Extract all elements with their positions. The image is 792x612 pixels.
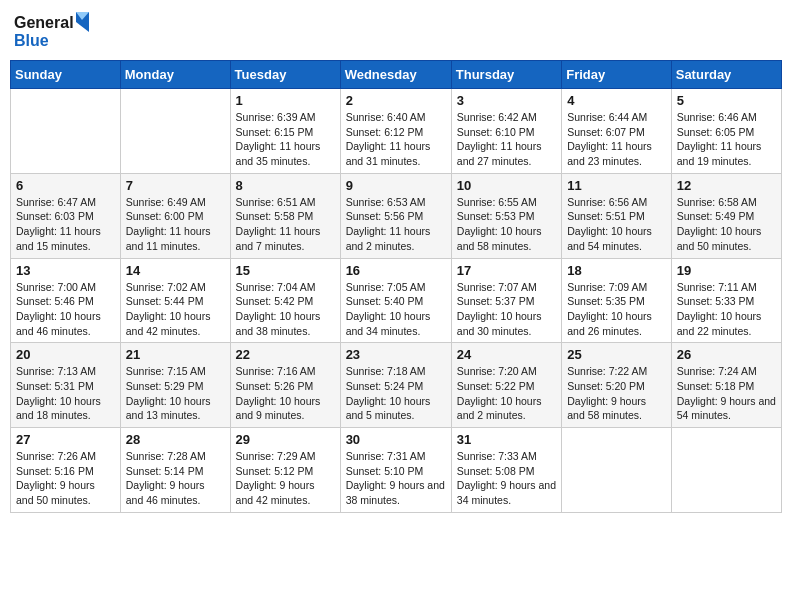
day-number: 13	[16, 263, 115, 278]
day-number: 3	[457, 93, 556, 108]
day-number: 26	[677, 347, 776, 362]
day-info: Sunrise: 7:29 AM Sunset: 5:12 PM Dayligh…	[236, 449, 335, 508]
day-number: 15	[236, 263, 335, 278]
day-number: 29	[236, 432, 335, 447]
calendar-cell: 23Sunrise: 7:18 AM Sunset: 5:24 PM Dayli…	[340, 343, 451, 428]
day-info: Sunrise: 6:47 AM Sunset: 6:03 PM Dayligh…	[16, 195, 115, 254]
calendar-cell: 5Sunrise: 6:46 AM Sunset: 6:05 PM Daylig…	[671, 89, 781, 174]
calendar-cell: 7Sunrise: 6:49 AM Sunset: 6:00 PM Daylig…	[120, 173, 230, 258]
calendar-cell: 11Sunrise: 6:56 AM Sunset: 5:51 PM Dayli…	[562, 173, 672, 258]
day-info: Sunrise: 6:44 AM Sunset: 6:07 PM Dayligh…	[567, 110, 666, 169]
weekday-header-friday: Friday	[562, 61, 672, 89]
day-info: Sunrise: 7:31 AM Sunset: 5:10 PM Dayligh…	[346, 449, 446, 508]
week-row-1: 1Sunrise: 6:39 AM Sunset: 6:15 PM Daylig…	[11, 89, 782, 174]
day-info: Sunrise: 7:07 AM Sunset: 5:37 PM Dayligh…	[457, 280, 556, 339]
week-row-3: 13Sunrise: 7:00 AM Sunset: 5:46 PM Dayli…	[11, 258, 782, 343]
day-info: Sunrise: 7:22 AM Sunset: 5:20 PM Dayligh…	[567, 364, 666, 423]
week-row-4: 20Sunrise: 7:13 AM Sunset: 5:31 PM Dayli…	[11, 343, 782, 428]
day-info: Sunrise: 7:15 AM Sunset: 5:29 PM Dayligh…	[126, 364, 225, 423]
day-info: Sunrise: 7:00 AM Sunset: 5:46 PM Dayligh…	[16, 280, 115, 339]
day-number: 31	[457, 432, 556, 447]
calendar-cell	[562, 428, 672, 513]
calendar-cell	[671, 428, 781, 513]
day-number: 7	[126, 178, 225, 193]
day-number: 20	[16, 347, 115, 362]
calendar-cell: 27Sunrise: 7:26 AM Sunset: 5:16 PM Dayli…	[11, 428, 121, 513]
day-number: 22	[236, 347, 335, 362]
calendar-cell: 21Sunrise: 7:15 AM Sunset: 5:29 PM Dayli…	[120, 343, 230, 428]
day-number: 6	[16, 178, 115, 193]
day-number: 4	[567, 93, 666, 108]
calendar-cell: 3Sunrise: 6:42 AM Sunset: 6:10 PM Daylig…	[451, 89, 561, 174]
calendar-cell	[11, 89, 121, 174]
day-info: Sunrise: 6:49 AM Sunset: 6:00 PM Dayligh…	[126, 195, 225, 254]
day-number: 14	[126, 263, 225, 278]
page-header: GeneralBlue	[10, 10, 782, 52]
day-number: 11	[567, 178, 666, 193]
day-number: 19	[677, 263, 776, 278]
day-info: Sunrise: 7:18 AM Sunset: 5:24 PM Dayligh…	[346, 364, 446, 423]
calendar-cell: 18Sunrise: 7:09 AM Sunset: 5:35 PM Dayli…	[562, 258, 672, 343]
day-number: 28	[126, 432, 225, 447]
calendar-cell: 20Sunrise: 7:13 AM Sunset: 5:31 PM Dayli…	[11, 343, 121, 428]
calendar-cell: 28Sunrise: 7:28 AM Sunset: 5:14 PM Dayli…	[120, 428, 230, 513]
day-info: Sunrise: 7:04 AM Sunset: 5:42 PM Dayligh…	[236, 280, 335, 339]
calendar-cell: 17Sunrise: 7:07 AM Sunset: 5:37 PM Dayli…	[451, 258, 561, 343]
week-row-2: 6Sunrise: 6:47 AM Sunset: 6:03 PM Daylig…	[11, 173, 782, 258]
day-number: 27	[16, 432, 115, 447]
day-info: Sunrise: 7:05 AM Sunset: 5:40 PM Dayligh…	[346, 280, 446, 339]
day-number: 17	[457, 263, 556, 278]
calendar-cell	[120, 89, 230, 174]
day-info: Sunrise: 6:58 AM Sunset: 5:49 PM Dayligh…	[677, 195, 776, 254]
day-info: Sunrise: 6:53 AM Sunset: 5:56 PM Dayligh…	[346, 195, 446, 254]
calendar-cell: 24Sunrise: 7:20 AM Sunset: 5:22 PM Dayli…	[451, 343, 561, 428]
day-info: Sunrise: 7:16 AM Sunset: 5:26 PM Dayligh…	[236, 364, 335, 423]
day-info: Sunrise: 6:40 AM Sunset: 6:12 PM Dayligh…	[346, 110, 446, 169]
day-number: 9	[346, 178, 446, 193]
calendar-cell: 16Sunrise: 7:05 AM Sunset: 5:40 PM Dayli…	[340, 258, 451, 343]
calendar-cell: 29Sunrise: 7:29 AM Sunset: 5:12 PM Dayli…	[230, 428, 340, 513]
day-info: Sunrise: 7:02 AM Sunset: 5:44 PM Dayligh…	[126, 280, 225, 339]
weekday-header-monday: Monday	[120, 61, 230, 89]
day-number: 2	[346, 93, 446, 108]
calendar-cell: 10Sunrise: 6:55 AM Sunset: 5:53 PM Dayli…	[451, 173, 561, 258]
calendar-cell: 14Sunrise: 7:02 AM Sunset: 5:44 PM Dayli…	[120, 258, 230, 343]
day-number: 30	[346, 432, 446, 447]
calendar-cell: 15Sunrise: 7:04 AM Sunset: 5:42 PM Dayli…	[230, 258, 340, 343]
weekday-header-saturday: Saturday	[671, 61, 781, 89]
weekday-header-thursday: Thursday	[451, 61, 561, 89]
day-info: Sunrise: 7:11 AM Sunset: 5:33 PM Dayligh…	[677, 280, 776, 339]
calendar-cell: 22Sunrise: 7:16 AM Sunset: 5:26 PM Dayli…	[230, 343, 340, 428]
day-info: Sunrise: 6:56 AM Sunset: 5:51 PM Dayligh…	[567, 195, 666, 254]
day-info: Sunrise: 6:42 AM Sunset: 6:10 PM Dayligh…	[457, 110, 556, 169]
calendar-cell: 31Sunrise: 7:33 AM Sunset: 5:08 PM Dayli…	[451, 428, 561, 513]
day-number: 10	[457, 178, 556, 193]
weekday-header-row: SundayMondayTuesdayWednesdayThursdayFrid…	[11, 61, 782, 89]
logo-svg: GeneralBlue	[14, 10, 94, 52]
calendar-cell: 8Sunrise: 6:51 AM Sunset: 5:58 PM Daylig…	[230, 173, 340, 258]
day-info: Sunrise: 7:09 AM Sunset: 5:35 PM Dayligh…	[567, 280, 666, 339]
calendar-cell: 2Sunrise: 6:40 AM Sunset: 6:12 PM Daylig…	[340, 89, 451, 174]
calendar-cell: 6Sunrise: 6:47 AM Sunset: 6:03 PM Daylig…	[11, 173, 121, 258]
calendar-cell: 30Sunrise: 7:31 AM Sunset: 5:10 PM Dayli…	[340, 428, 451, 513]
calendar-cell: 19Sunrise: 7:11 AM Sunset: 5:33 PM Dayli…	[671, 258, 781, 343]
day-info: Sunrise: 7:26 AM Sunset: 5:16 PM Dayligh…	[16, 449, 115, 508]
day-info: Sunrise: 7:13 AM Sunset: 5:31 PM Dayligh…	[16, 364, 115, 423]
calendar-cell: 9Sunrise: 6:53 AM Sunset: 5:56 PM Daylig…	[340, 173, 451, 258]
calendar-cell: 25Sunrise: 7:22 AM Sunset: 5:20 PM Dayli…	[562, 343, 672, 428]
calendar-table: SundayMondayTuesdayWednesdayThursdayFrid…	[10, 60, 782, 513]
day-number: 24	[457, 347, 556, 362]
day-info: Sunrise: 7:20 AM Sunset: 5:22 PM Dayligh…	[457, 364, 556, 423]
day-number: 12	[677, 178, 776, 193]
day-info: Sunrise: 7:24 AM Sunset: 5:18 PM Dayligh…	[677, 364, 776, 423]
day-info: Sunrise: 6:55 AM Sunset: 5:53 PM Dayligh…	[457, 195, 556, 254]
day-number: 23	[346, 347, 446, 362]
logo: GeneralBlue	[14, 10, 94, 52]
day-number: 16	[346, 263, 446, 278]
svg-text:Blue: Blue	[14, 32, 49, 49]
day-number: 21	[126, 347, 225, 362]
day-info: Sunrise: 6:39 AM Sunset: 6:15 PM Dayligh…	[236, 110, 335, 169]
weekday-header-sunday: Sunday	[11, 61, 121, 89]
weekday-header-tuesday: Tuesday	[230, 61, 340, 89]
calendar-cell: 13Sunrise: 7:00 AM Sunset: 5:46 PM Dayli…	[11, 258, 121, 343]
